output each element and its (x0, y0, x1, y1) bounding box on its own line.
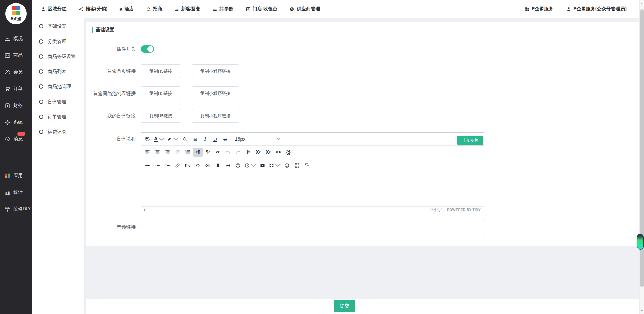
format-painter-icon[interactable] (302, 161, 312, 170)
submit-button[interactable]: 提交 (334, 300, 355, 312)
sidebar-item-decorate-diy[interactable]: 装修DIY (0, 201, 32, 217)
topnav-new-customer-fission[interactable]: 新客裂变 (174, 6, 200, 12)
topnav-shared-chain[interactable]: 共享链 (212, 6, 233, 12)
insert-datetime-icon[interactable] (243, 161, 257, 170)
editor-toolbar-row-1: A B I U S 16px 上传图片 (141, 133, 484, 146)
submenu-item-goods-list[interactable]: 商品列表 (32, 64, 84, 79)
sidebar-item-system[interactable]: 系统 (0, 114, 32, 131)
toggle-knob (147, 46, 153, 52)
copy-miniprogram-link-button[interactable]: 复制小程序链接 (192, 109, 239, 123)
underline-icon[interactable]: U (210, 135, 220, 144)
editor-element-path[interactable]: P (144, 208, 146, 212)
anchor-bookmark-icon[interactable] (213, 161, 223, 170)
redo-icon[interactable] (233, 148, 243, 157)
search-icon[interactable] (180, 135, 190, 144)
system-gear-icon (4, 119, 11, 126)
sidebar-item-goods[interactable]: 商品 (0, 47, 32, 64)
grid-icon (525, 7, 530, 12)
copy-miniprogram-link-button[interactable]: 复制小程序链接 (192, 86, 239, 100)
page-break-icon[interactable] (223, 161, 233, 170)
highlight-color-icon[interactable] (166, 135, 180, 144)
topnav-investment[interactable]: 招商 (146, 6, 162, 12)
scroll-up-arrow-icon[interactable]: ▲ (640, 1, 644, 6)
topnav-hotel[interactable]: ¥ 酒店 (119, 6, 133, 12)
powered-by-tiny[interactable]: POWERED BY TINY (447, 208, 481, 212)
blockquote-icon[interactable]: ” (213, 148, 223, 157)
insert-table-icon[interactable] (268, 161, 282, 170)
plugin-switch-toggle[interactable] (141, 45, 154, 53)
upload-image-button[interactable]: 上传图片 (457, 136, 483, 145)
font-size-select[interactable]: 16px (232, 135, 283, 144)
emoji-icon[interactable] (282, 161, 292, 170)
code-sample-icon[interactable]: {;} (283, 148, 293, 157)
submenu-item-blindbox-management[interactable]: 盲盒管理 (32, 94, 84, 109)
circle-icon (39, 69, 43, 74)
align-center-icon[interactable] (153, 148, 162, 157)
sidebar-item-orders[interactable]: 订单 (0, 80, 32, 97)
bold-icon[interactable]: B (190, 135, 200, 144)
brand-logo-text: E企盈 (5, 16, 27, 22)
strikethrough-icon[interactable]: S (220, 135, 230, 144)
submenu-item-goods-pool[interactable]: 商品池管理 (32, 79, 84, 94)
svg-text:@: @ (247, 8, 249, 10)
topnav-store-cashier[interactable]: @ 门店-收银台 (246, 6, 278, 12)
special-character-icon[interactable]: Ω (193, 161, 203, 170)
insert-image-icon[interactable] (183, 161, 193, 170)
topnav-distribution[interactable]: 推客(分销) (78, 6, 107, 12)
clear-formatting-icon[interactable]: Ix (243, 148, 253, 157)
copy-h5-link-button[interactable]: 复制H5链接 (141, 86, 181, 100)
preview-eye-icon[interactable] (203, 161, 213, 170)
word-count[interactable]: 0 个字 (430, 207, 442, 213)
blindbox-description-row: 盲盒说明 A B I U S 16px 上传图片 (86, 132, 484, 213)
outdent-icon[interactable] (173, 148, 182, 157)
sidebar-item-apps[interactable]: 应用 (0, 167, 32, 184)
numbered-list-icon[interactable]: 123 (163, 161, 172, 170)
brand-logo[interactable]: E企盈 (0, 0, 32, 24)
audio-link-input[interactable] (141, 220, 484, 234)
submenu-item-freight-records[interactable]: 运费记录 (32, 124, 84, 139)
account-link[interactable]: E企盈服务(公众号管理员) (566, 6, 627, 12)
insert-media-icon[interactable] (258, 161, 267, 170)
restore-draft-icon[interactable] (143, 135, 152, 144)
rtl-icon[interactable]: ¶‹ (203, 148, 213, 157)
goods-icon (4, 52, 11, 59)
superscript-icon[interactable]: X2 (263, 148, 273, 157)
sidebar-item-members[interactable]: 会员 (0, 64, 32, 80)
horizontal-rule-icon[interactable] (143, 161, 152, 170)
sidebar-item-overview[interactable]: 概况 (0, 30, 32, 47)
scroll-position-indicator (637, 234, 644, 250)
fullscreen-icon[interactable] (292, 161, 302, 170)
subscript-icon[interactable]: X2 (253, 148, 263, 157)
align-left-icon[interactable] (143, 148, 152, 157)
topnav-supplier-management[interactable]: S 供应商管理 (289, 6, 320, 12)
bullet-list-icon[interactable] (153, 161, 162, 170)
share-icon (78, 7, 84, 12)
copy-miniprogram-link-button[interactable]: 复制小程序链接 (192, 64, 239, 78)
undo-icon[interactable] (223, 148, 233, 157)
submenu-item-goods-level[interactable]: 商品等级设置 (32, 49, 84, 64)
copy-h5-link-button[interactable]: 复制H5链接 (141, 109, 181, 123)
editor-toolbar-row-3: 123 Ω (141, 159, 484, 172)
sidebar-item-finance[interactable]: 财务 (0, 97, 32, 114)
vertical-scrollbar[interactable]: ▲ ▼ (639, 0, 644, 314)
service-link[interactable]: E企盈服务 (525, 6, 553, 12)
sidebar-item-stats[interactable]: 统计 (0, 184, 32, 201)
ltr-icon[interactable]: ›¶ (193, 148, 203, 157)
link-icon[interactable] (173, 161, 182, 170)
editor-content-area[interactable] (141, 172, 484, 207)
submenu-item-basic-settings[interactable]: 基础设置 (32, 19, 84, 34)
scroll-down-arrow-icon[interactable]: ▼ (640, 308, 644, 313)
indent-icon[interactable] (183, 148, 193, 157)
sidebar-item-messages[interactable]: 消息 ··· (0, 131, 32, 147)
plugin-switch-label: 插件开关 (86, 45, 136, 53)
align-right-icon[interactable] (163, 148, 172, 157)
submenu-item-category-management[interactable]: 分类管理 (32, 34, 84, 49)
finance-icon (4, 103, 11, 109)
submenu-item-order-management[interactable]: 订单管理 (32, 109, 84, 124)
italic-icon[interactable]: I (200, 135, 210, 144)
code-icon[interactable]: <> (273, 148, 283, 157)
copy-h5-link-button[interactable]: 复制H5链接 (141, 64, 181, 78)
text-color-icon[interactable]: A (153, 135, 165, 144)
topnav-region-dividend[interactable]: 区域分红 (41, 6, 66, 12)
print-icon[interactable] (233, 161, 243, 170)
